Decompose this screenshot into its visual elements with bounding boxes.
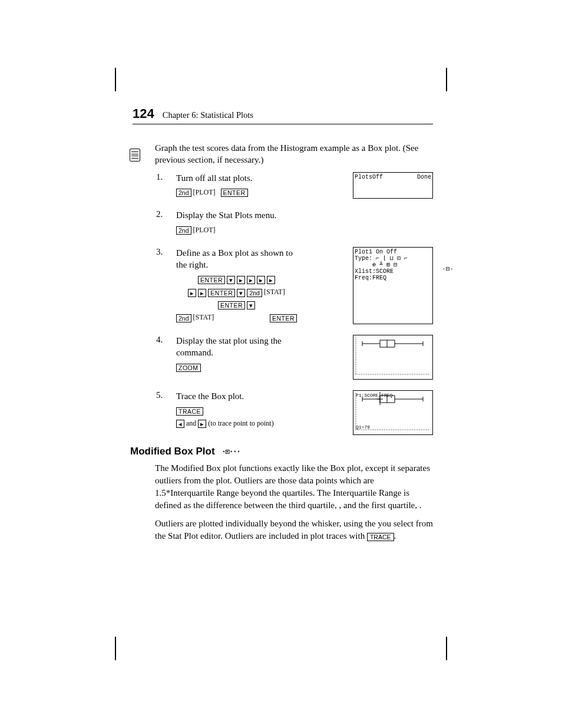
lcd-text: Plot1 On Off [355,249,431,255]
step-keys: 2nd [PLOT] [176,224,297,237]
lcd-text: ⊕ ╨ ⊞ ⊟ [355,262,431,268]
boxplot-graph-icon [353,335,431,378]
step-text: Turn off all stat plots. [176,172,297,184]
step-number: 5. [156,390,168,435]
step-keys: ENTER ▾ ▸ ▸ ▸ ▸ ▸ ▸ ENTER ▾ 2nd [STAT] E… [176,274,297,324]
step-2: 2. Display the Stat Plots menu. 2nd [PLO… [156,209,433,236]
key-2nd: 2nd [176,189,191,197]
key-plot-label: PLOT [196,188,213,196]
steps-list: 1. Turn off all stat plots. 2nd [PLOT] E… [156,172,433,436]
key-2nd: 2nd [176,314,191,322]
chapter-title: Chapter 6: Statistical Plots [163,110,253,120]
key-trace-inline: TRACE [367,533,394,541]
step-text: Trace the Box plot. [176,390,297,402]
lcd-text: Done [417,174,431,180]
page-number: 124 [133,106,154,121]
lcd-bottom-text: Q1=79 [356,424,370,430]
key-2nd: 2nd [247,289,262,297]
lcd-screen-3: Plot1 On Off Type: ⌐ ⌊ ⊔ ⊡ ⌐ ⊕ ╨ ⊞ ⊟ Xli… [353,247,433,324]
lcd-text: Type: ⌐ ⌊ ⊔ ⊡ ⌐ [355,255,431,262]
step-3: 3. Define as a Box plot as shown to the … [156,247,433,324]
lcd-text: Xlist:SCORE [355,268,431,275]
lcd-screen-4 [353,335,433,380]
section-title-text: Modified Box Plot [130,446,215,457]
step-number: 4. [156,335,168,380]
right-arrow-icon: ▸ [257,276,265,284]
intro-text: Graph the test scores data from the Hist… [155,142,433,166]
down-arrow-icon: ▾ [227,276,235,284]
lcd-screen-5: P1:SCORE,FREQ Q1=79 [353,390,433,435]
down-arrow-icon: ▾ [237,289,245,297]
right-arrow-icon: ▸ [267,276,275,284]
modified-boxplot-icon: ·⊡··· [222,447,240,456]
boxplot-type-icon: ·⊡· [442,265,454,272]
key-stat-label: STAT [196,313,212,321]
step-number: 1. [156,172,168,199]
svg-rect-3 [380,340,387,347]
page-content: 124 Chapter 6: Statistical Plots Graph t… [133,106,433,548]
key-plot-label: PLOT [196,226,213,234]
key-trace: TRACE [176,407,203,416]
step-text: Display the stat plot using the command. [176,335,297,359]
step-keys: ZOOM [176,361,297,374]
lcd-text: PlotsOff [355,174,383,180]
boxplot-trace-icon: P1:SCORE,FREQ Q1=79 [353,391,431,433]
left-arrow-icon: ◂ [176,420,184,428]
step-text: Define as a Box plot as shown to the rig… [176,247,297,271]
paragraph: Outliers are plotted individually beyond… [155,518,433,542]
key-enter: ENTER [208,289,235,297]
key-2nd: 2nd [176,226,191,235]
right-arrow-icon: ▸ [188,289,196,297]
trace-note: (to trace point to point) [208,419,273,427]
step-number: 3. [156,247,168,324]
lcd-screen-1: PlotsOff Done [353,172,433,199]
key-enter: ENTER [218,301,245,309]
paragraph: The Modified Box plot functions exactly … [155,462,433,512]
right-arrow-icon: ▸ [237,276,245,284]
key-stat-label: STAT [266,288,283,296]
right-arrow-icon: ▸ [198,420,206,428]
key-zoom: ZOOM [176,364,201,372]
step-keys: TRACE ◂ and ▸ (to trace point to point) [176,404,297,430]
page-header: 124 Chapter 6: Statistical Plots [133,106,433,124]
step-number: 2. [156,209,168,236]
step-5: 5. Trace the Box plot. TRACE ◂ and ▸ (to… [156,390,433,435]
key-enter: ENTER [198,276,225,284]
section-heading: Modified Box Plot ·⊡··· [130,446,433,457]
step-1: 1. Turn off all stat plots. 2nd [PLOT] E… [156,172,433,199]
key-enter: ENTER [270,314,297,322]
step-keys: 2nd [PLOT] ENTER [176,186,297,199]
step-text: Display the Stat Plots menu. [176,209,297,221]
right-arrow-icon: ▸ [247,276,255,284]
step-4: 4. Display the stat plot using the comma… [156,335,433,380]
lcd-text: Freq:FREQ [355,275,431,281]
conjunction: and [186,419,198,427]
down-arrow-icon: ▾ [247,301,255,309]
key-enter: ENTER [221,189,248,197]
right-arrow-icon: ▸ [198,289,206,297]
calculator-icon [130,149,140,162]
